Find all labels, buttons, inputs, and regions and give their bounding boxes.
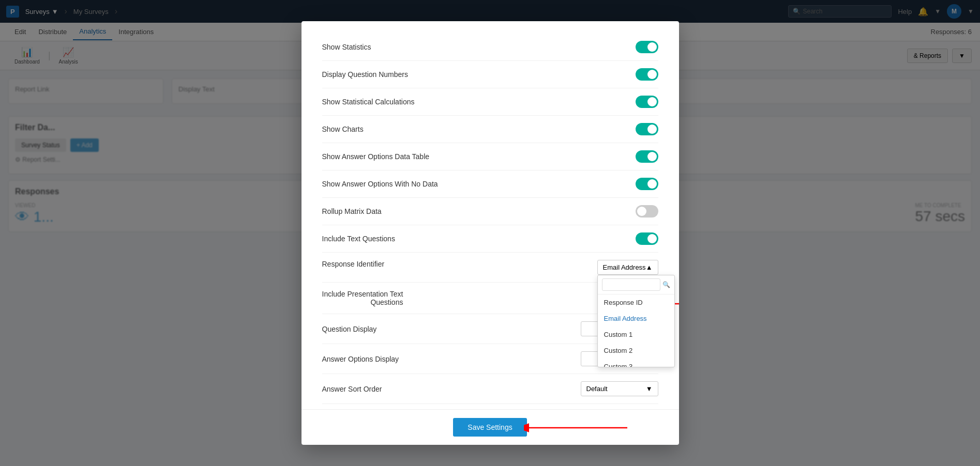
setting-label-show-statistical-calculations: Show Statistical Calculations	[322, 98, 415, 106]
dropdown-search-area: 🔍	[598, 275, 674, 294]
setting-row-show-answer-options-data-table: Show Answer Options Data Table	[322, 143, 658, 170]
dropdown-option-response-id[interactable]: Response ID	[598, 294, 674, 310]
slider-include-text-questions	[636, 232, 658, 245]
setting-row-display-question-numbers: Display Question Numbers	[322, 61, 658, 88]
response-identifier-trigger[interactable]: Email Address ▲	[597, 260, 658, 275]
modal-body: Show StatisticsDisplay Question NumbersS…	[301, 21, 679, 409]
toggle-show-answer-options-data-table[interactable]	[636, 150, 658, 163]
response-identifier-dropdown-container: Email Address ▲ 🔍 Response ID Email	[597, 260, 658, 275]
setting-label-show-charts: Show Charts	[322, 125, 364, 133]
toggle-include-text-questions[interactable]	[636, 232, 658, 245]
settings-modal: Show StatisticsDisplay Question NumbersS…	[301, 21, 679, 445]
save-arrow-annotation	[524, 420, 638, 436]
slider-show-answer-options-data-table	[636, 150, 658, 163]
modal-footer: Save Settings	[301, 409, 679, 445]
setting-row-show-answer-options-with-no-data: Show Answer Options With No Data	[322, 170, 658, 198]
toggle-show-charts[interactable]	[636, 123, 658, 135]
response-identifier-menu: 🔍 Response ID Email Address Custom 1 Cus…	[597, 275, 675, 367]
toggle-display-question-numbers[interactable]	[636, 68, 658, 81]
answer-sort-order-row: Answer Sort Order Default ▼	[322, 374, 658, 404]
dropdown-search-input[interactable]	[602, 278, 660, 291]
toggle-rollup-matrix-data[interactable]	[636, 205, 658, 218]
dropdown-option-custom-2[interactable]: Custom 2	[598, 343, 674, 359]
slider-show-answer-options-with-no-data	[636, 178, 658, 190]
answer-sort-order-trigger[interactable]: Default ▼	[581, 381, 658, 396]
setting-label-show-answer-options-with-no-data: Show Answer Options With No Data	[322, 180, 438, 188]
dropdown-option-email-address[interactable]: Email Address	[598, 310, 674, 327]
dropdown-option-custom-1[interactable]: Custom 1	[598, 327, 674, 343]
setting-label-rollup-matrix-data: Rollup Matrix Data	[322, 207, 382, 215]
dropdown-option-custom-3[interactable]: Custom 3	[598, 359, 674, 367]
answer-sort-order-chevron: ▼	[646, 385, 653, 393]
answer-sort-order-value: Default	[586, 385, 608, 393]
setting-label-include-text-questions: Include Text Questions	[322, 235, 395, 243]
setting-row-show-statistical-calculations: Show Statistical Calculations	[322, 88, 658, 116]
setting-row-include-text-questions: Include Text Questions	[322, 225, 658, 253]
slider-display-question-numbers	[636, 68, 658, 81]
slider-show-statistical-calculations	[636, 96, 658, 108]
settings-rows: Show StatisticsDisplay Question NumbersS…	[322, 34, 658, 253]
dropdown-search-icon: 🔍	[662, 281, 670, 288]
response-identifier-value: Email Address	[603, 263, 646, 271]
setting-label-show-statistics: Show Statistics	[322, 43, 371, 51]
toggle-show-statistics[interactable]	[636, 41, 658, 53]
slider-show-statistics	[636, 41, 658, 53]
response-identifier-label: Response Identifier	[322, 260, 385, 268]
answer-options-display-label: Answer Options Display	[322, 355, 399, 363]
dropdown-options: Response ID Email Address Custom 1 Custo…	[598, 294, 674, 367]
include-presentation-label: Include Presentation TextQuestions	[322, 290, 403, 306]
slider-rollup-matrix-data	[636, 205, 658, 218]
setting-label-show-answer-options-data-table: Show Answer Options Data Table	[322, 152, 430, 161]
setting-row-show-charts: Show Charts	[322, 116, 658, 143]
toggle-show-answer-options-with-no-data[interactable]	[636, 178, 658, 190]
question-display-label: Question Display	[322, 325, 377, 333]
setting-label-display-question-numbers: Display Question Numbers	[322, 70, 409, 79]
modal-overlay: Show StatisticsDisplay Question NumbersS…	[0, 0, 980, 466]
response-identifier-row: Response Identifier Email Address ▲ 🔍	[322, 253, 658, 283]
save-settings-button[interactable]: Save Settings	[453, 418, 526, 437]
setting-row-show-statistics: Show Statistics	[322, 34, 658, 61]
slider-show-charts	[636, 123, 658, 135]
answer-sort-order-label: Answer Sort Order	[322, 385, 382, 393]
toggle-show-statistical-calculations[interactable]	[636, 96, 658, 108]
response-identifier-chevron: ▲	[646, 263, 653, 271]
setting-row-rollup-matrix-data: Rollup Matrix Data	[322, 198, 658, 225]
